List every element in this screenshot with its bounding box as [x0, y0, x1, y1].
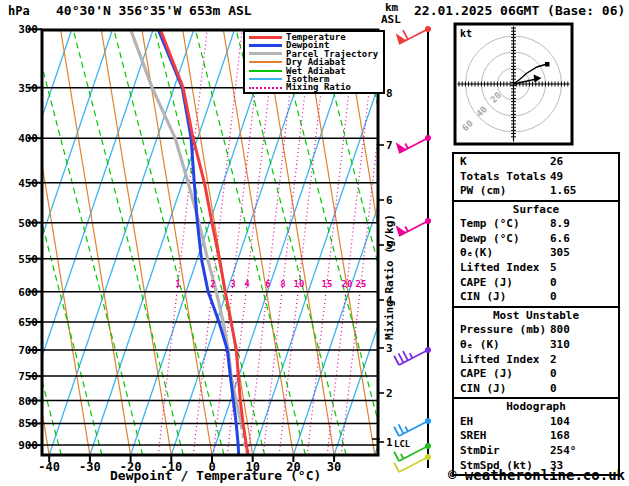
km-tick-label: 2 — [386, 387, 393, 400]
hodograph-trace-end-dot — [545, 62, 550, 67]
x-axis-title: Dewpoint / Temperature (°C) — [110, 468, 321, 483]
stat-label: K — [454, 155, 550, 170]
pressure-tick-label: 350 — [18, 82, 38, 95]
mixing-ratio-value-label: 10 — [294, 279, 305, 289]
stat-value: 8.9 — [550, 217, 618, 232]
legend-swatch-isotherm — [249, 78, 282, 80]
mixing-ratio-value-label: 3 — [230, 279, 235, 289]
legend-swatch-temperature — [249, 36, 282, 39]
pressure-tick-label: 600 — [18, 286, 38, 299]
pressure-axis-unit-label: hPa — [8, 4, 30, 18]
pressure-tick-label: 750 — [18, 370, 38, 383]
legend-item: Mixing Ratio — [249, 83, 383, 91]
stat-value: 2 — [550, 353, 618, 368]
stat-value: 305 — [550, 246, 618, 261]
stats-row: Pressure (mb)800 — [454, 323, 618, 338]
km-tick-label: 1 — [386, 436, 393, 449]
stat-value: 168 — [550, 429, 618, 444]
stat-label: Temp (°C) — [454, 217, 550, 232]
copyright-notice: © weatheronline.co.uk — [448, 467, 625, 483]
stat-label: CIN (J) — [454, 382, 550, 397]
station-title: 40°30'N 356°35'W 653m ASL — [56, 3, 252, 18]
legend-swatch-mixing-ratio — [249, 87, 282, 89]
stat-label: CAPE (J) — [454, 367, 550, 382]
stats-section-surface: SurfaceTemp (°C)8.9Dewp (°C)6.6θₑ(K)305L… — [452, 200, 620, 308]
stats-section-hodograph: HodographEH104SREH168StmDir254°StmSpd (k… — [452, 397, 620, 476]
stat-value: 6.6 — [550, 232, 618, 247]
temp-tick-label: -40 — [38, 460, 60, 474]
mixing-ratio-axis-title: Mixing Ratio (g/kg) — [383, 214, 396, 340]
pressure-tick-label: 900 — [18, 439, 38, 452]
stat-label: Dewp (°C) — [454, 232, 550, 247]
mixing-ratio-value-label: 6 — [265, 279, 270, 289]
temp-tick-label: -30 — [79, 460, 101, 474]
stats-row: Dewp (°C)6.6 — [454, 232, 618, 247]
stats-row: PW (cm)1.65 — [454, 184, 618, 199]
stat-label: StmDir — [454, 444, 550, 459]
stat-label: θₑ(K) — [454, 246, 550, 261]
stat-value: 800 — [550, 323, 618, 338]
hodograph-unit-label: kt — [460, 28, 472, 39]
legend-swatch-wet-adiabat — [249, 70, 282, 72]
temp-tick-label: 30 — [327, 460, 341, 474]
stats-row: K26 — [454, 155, 618, 170]
km-tick-label: 7 — [386, 139, 393, 152]
stats-row: Temp (°C)8.9 — [454, 217, 618, 232]
lcl-label: LCL — [394, 439, 411, 449]
stat-label: CIN (J) — [454, 290, 550, 305]
pressure-tick-label: 400 — [18, 132, 38, 145]
stats-row: CAPE (J)0 — [454, 367, 618, 382]
stat-label: Totals Totals — [454, 170, 550, 185]
mixing-ratio-value-label: 8 — [280, 279, 285, 289]
mixing-ratio-value-label: 1 — [175, 279, 180, 289]
legend-swatch-dry-adiabat — [249, 61, 282, 63]
stats-row: CAPE (J)0 — [454, 276, 618, 291]
pressure-tick-label: 450 — [18, 177, 38, 190]
stats-row: CIN (J)0 — [454, 382, 618, 397]
stat-label: PW (cm) — [454, 184, 550, 199]
altitude-axis-asl-label: ASL — [381, 13, 401, 26]
stats-row: EH104 — [454, 415, 618, 430]
stats-row: θₑ(K)305 — [454, 246, 618, 261]
stat-value: 0 — [550, 382, 618, 397]
legend-item-label: Mixing Ratio — [286, 83, 351, 91]
pressure-tick-label: 550 — [18, 253, 38, 266]
stat-label: Lifted Index — [454, 261, 550, 276]
stats-section: K26Totals Totals49PW (cm)1.65 — [452, 152, 620, 202]
mixing-ratio-value-label: 15 — [322, 279, 333, 289]
stat-value: 49 — [550, 170, 618, 185]
stats-section-most-unstable: Most UnstablePressure (mb)800θₑ (K)310Li… — [452, 306, 620, 399]
sounding-stats-table: K26Totals Totals49PW (cm)1.65SurfaceTemp… — [452, 152, 620, 476]
pressure-tick-label: 800 — [18, 395, 38, 408]
stats-row: θₑ (K)310 — [454, 338, 618, 353]
stats-section-header: Hodograph — [454, 400, 618, 415]
stat-value: 0 — [550, 276, 618, 291]
stat-value: 104 — [550, 415, 618, 430]
km-tick-label: 8 — [386, 87, 393, 100]
stat-label: EH — [454, 415, 550, 430]
stats-section-header: Surface — [454, 203, 618, 218]
stats-row: Totals Totals49 — [454, 170, 618, 185]
mixing-ratio-value-label: 4 — [244, 279, 250, 289]
stat-value: 0 — [550, 367, 618, 382]
stat-label: SREH — [454, 429, 550, 444]
stat-label: Pressure (mb) — [454, 323, 550, 338]
stat-value: 5 — [550, 261, 618, 276]
stat-value: 0 — [550, 290, 618, 305]
stat-label: Lifted Index — [454, 353, 550, 368]
stat-value: 310 — [550, 338, 618, 353]
stats-row: Lifted Index5 — [454, 261, 618, 276]
mixing-ratio-value-label: 20 — [342, 279, 353, 289]
stat-label: CAPE (J) — [454, 276, 550, 291]
stats-section-header: Most Unstable — [454, 309, 618, 324]
stat-label: θₑ (K) — [454, 338, 550, 353]
datetime-label: 22.01.2025 06GMT (Base: 06) — [414, 3, 625, 18]
legend-swatch-dewpoint — [249, 44, 282, 47]
pressure-tick-label: 700 — [18, 344, 38, 357]
stat-value: 26 — [550, 155, 618, 170]
pressure-tick-label: 500 — [18, 217, 38, 230]
legend-swatch-parcel-trajectory — [249, 52, 282, 55]
stats-row: CIN (J)0 — [454, 290, 618, 305]
hodograph: 204060kt — [455, 24, 572, 144]
mixing-ratio-value-label: 25 — [356, 279, 367, 289]
